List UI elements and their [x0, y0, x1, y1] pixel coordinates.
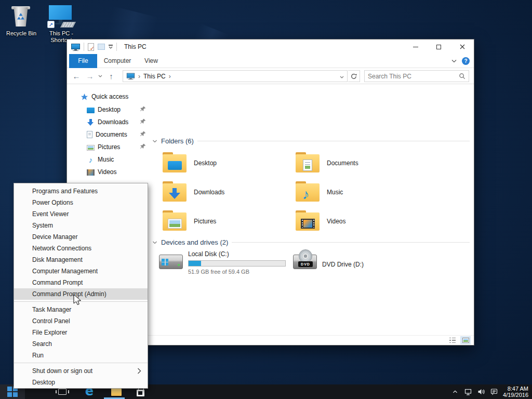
address-dropdown-icon[interactable]: [340, 73, 344, 80]
downloads-folder-icon: [163, 181, 187, 202]
disk-usage-fill: [189, 261, 201, 266]
details-view-button[interactable]: [447, 336, 458, 344]
drive-tile-dvd[interactable]: DVD DVD Drive (D:): [293, 248, 364, 269]
show-hidden-icons-chevron[interactable]: [448, 384, 461, 399]
new-folder-icon[interactable]: [98, 44, 105, 50]
folder-tile-pictures[interactable]: Pictures: [163, 206, 296, 235]
tab-file[interactable]: File: [69, 54, 97, 68]
menu-item-desktop[interactable]: Desktop: [14, 377, 148, 388]
menu-item-network-connections[interactable]: Network Connections: [14, 243, 148, 254]
search-input[interactable]: [368, 73, 459, 80]
menu-item-run[interactable]: Run: [14, 350, 148, 361]
title-bar[interactable]: ✓ This PC: [67, 39, 474, 54]
action-center-tray-icon[interactable]: [487, 384, 500, 399]
sidebar-item-documents[interactable]: Documents: [67, 128, 151, 141]
folder-tile-desktop[interactable]: Desktop: [163, 148, 296, 177]
menu-item-computer-management[interactable]: Computer Management: [14, 265, 148, 277]
menu-item-disk-management[interactable]: Disk Management: [14, 254, 148, 265]
folder-tile-documents[interactable]: Documents: [296, 148, 429, 177]
breadcrumb-chevron: ›: [138, 73, 140, 80]
menu-item-power-options[interactable]: Power Options: [14, 197, 148, 208]
menu-item-file-explorer[interactable]: File Explorer: [14, 327, 148, 338]
hard-drive-icon: [159, 255, 183, 269]
navigation-bar: ← → ↑ › This PC ›: [67, 68, 474, 84]
breadcrumb-this-pc[interactable]: This PC: [143, 73, 166, 80]
pictures-folder-icon: [163, 210, 187, 231]
taskbar-clock[interactable]: 8:47 AM 4/19/2016: [500, 385, 532, 398]
up-button[interactable]: ↑: [104, 68, 118, 84]
desktop-icon-label: This PC -: [49, 30, 73, 36]
window-title: This PC: [124, 39, 147, 54]
sidebar-item-pictures[interactable]: Pictures: [67, 141, 151, 153]
menu-item-programs-and-features[interactable]: Programs and Features: [14, 185, 148, 197]
forward-button[interactable]: →: [84, 68, 96, 84]
folder-label: Pictures: [194, 218, 216, 225]
drives-section-header[interactable]: Devices and drives (2): [161, 238, 228, 246]
help-icon[interactable]: ?: [462, 57, 470, 65]
back-button[interactable]: ←: [70, 68, 83, 84]
documents-folder-icon: [296, 152, 320, 172]
large-icons-view-button[interactable]: [460, 336, 471, 344]
desktop-icon-this-pc-shortcut[interactable]: ↗ This PC - Shortcut: [43, 4, 79, 44]
menu-item-device-manager[interactable]: Device Manager: [14, 231, 148, 243]
folder-tile-downloads[interactable]: Downloads: [163, 177, 296, 206]
desktop-icon-label: Recycle Bin: [3, 30, 39, 37]
pictures-mini-icon: [87, 145, 95, 151]
videos-mini-icon: [87, 169, 95, 176]
sidebar-item-quick-access[interactable]: Quick access: [67, 90, 151, 103]
content-pane: Folders (6) Desktop Documents: [151, 84, 474, 335]
maximize-button[interactable]: [427, 39, 450, 54]
ribbon-collapse-icon[interactable]: [451, 59, 457, 63]
sidebar-item-label: Documents: [96, 131, 127, 138]
recent-locations-dropdown-icon[interactable]: [96, 68, 104, 84]
this-pc-window-icon: [71, 43, 80, 51]
collapse-chevron-icon[interactable]: [152, 241, 157, 245]
menu-separator: [14, 363, 148, 363]
network-tray-icon[interactable]: [461, 384, 474, 399]
sidebar-item-downloads[interactable]: Downloads: [67, 116, 151, 128]
folder-label: Music: [327, 189, 343, 196]
ribbon-tabs: File Computer View ?: [67, 54, 474, 68]
menu-item-command-prompt[interactable]: Command Prompt: [14, 277, 148, 288]
minimize-button[interactable]: [404, 39, 427, 54]
menu-item-shutdown[interactable]: Shut down or sign out: [14, 365, 148, 377]
menu-item-system[interactable]: System: [14, 220, 148, 231]
sidebar-item-music[interactable]: ♪ Music: [67, 153, 151, 166]
this-pc-breadcrumb-icon: [127, 73, 135, 80]
folders-section-header[interactable]: Folders (6): [161, 137, 194, 145]
sidebar-item-videos[interactable]: Videos: [67, 166, 151, 178]
address-bar[interactable]: › This PC ›: [123, 70, 348, 82]
keyboard-icon: [60, 22, 76, 28]
tab-computer[interactable]: Computer: [100, 54, 135, 68]
refresh-button[interactable]: [348, 70, 360, 82]
menu-item-event-viewer[interactable]: Event Viewer: [14, 208, 148, 220]
section-rule: [197, 141, 470, 141]
search-icon[interactable]: [459, 73, 466, 79]
menu-item-control-panel[interactable]: Control Panel: [14, 315, 148, 327]
sidebar-item-label: Desktop: [98, 106, 121, 113]
pinned-icon: [140, 118, 146, 125]
search-box[interactable]: [364, 70, 469, 82]
properties-icon[interactable]: ✓: [88, 43, 94, 51]
menu-item-search[interactable]: Search: [14, 338, 148, 350]
folder-tile-videos[interactable]: Videos: [296, 206, 429, 235]
sidebar-item-label: Downloads: [98, 118, 128, 126]
close-button[interactable]: [450, 39, 474, 54]
folder-tile-music[interactable]: ♪ Music: [296, 177, 429, 206]
videos-folder-icon: [296, 210, 320, 231]
sidebar-item-desktop[interactable]: Desktop: [67, 103, 151, 116]
tab-view[interactable]: View: [138, 54, 165, 68]
volume-tray-icon[interactable]: [474, 384, 487, 399]
breadcrumb-chevron[interactable]: ›: [169, 73, 171, 80]
separator: [84, 43, 84, 51]
collapse-chevron-icon[interactable]: [152, 139, 157, 143]
music-folder-icon: ♪: [296, 181, 320, 202]
desktop-icon-recycle-bin[interactable]: Recycle Bin: [3, 4, 39, 37]
winx-power-user-menu: Programs and Features Power Options Even…: [14, 183, 148, 389]
folder-label: Desktop: [194, 159, 217, 167]
customize-toolbar-dropdown-icon[interactable]: [109, 45, 113, 49]
sidebar-item-label: Pictures: [98, 143, 120, 151]
submenu-arrow-icon: [137, 368, 141, 374]
windows-logo-icon: [162, 259, 168, 265]
drive-tile-local-disk[interactable]: Local Disk (C:) 51.9 GB free of 59.4 GB: [159, 248, 287, 269]
